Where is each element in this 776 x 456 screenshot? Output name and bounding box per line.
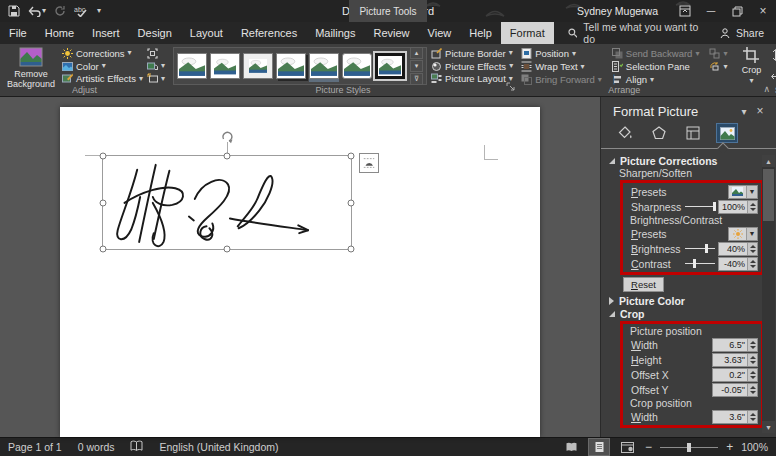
picture-styles-dialog-launcher-icon[interactable] [506, 77, 515, 95]
tell-me-box[interactable]: Tell me what you want to do [568, 22, 708, 44]
pane-close-icon[interactable]: × [752, 104, 768, 118]
group-objects-button[interactable]: ▾ [709, 47, 727, 60]
pane-scrollbar[interactable]: ▲ ▼ [762, 155, 775, 433]
picture-color-header[interactable]: Picture Color [601, 294, 776, 307]
resize-handle-bottom-left[interactable] [100, 246, 107, 253]
brightness-slider[interactable] [685, 244, 715, 253]
selected-picture[interactable] [102, 155, 352, 250]
change-picture-button[interactable]: ▾ [147, 60, 165, 73]
rotation-handle[interactable] [220, 130, 234, 148]
shape-width-field[interactable]: 3.6" [771, 68, 776, 84]
effects-icon[interactable] [649, 124, 669, 142]
zoom-slider[interactable] [660, 442, 718, 452]
collapse-ribbon-icon[interactable]: ∧ [763, 84, 770, 94]
picture-style-thumbnail[interactable] [243, 53, 273, 79]
customize-qat-icon[interactable]: ▾ [97, 7, 101, 15]
zoom-level[interactable]: 100% [741, 441, 768, 453]
offset-x-value[interactable]: 0.2" [713, 369, 747, 381]
brightness-value[interactable]: 40% [719, 243, 747, 255]
ribbon-display-options-icon[interactable] [672, 0, 698, 22]
reset-picture-button[interactable]: ▾ [147, 72, 165, 85]
crop-position-width-value[interactable]: 3.6" [713, 411, 747, 423]
fill-line-icon[interactable] [615, 124, 635, 142]
artistic-effects-button[interactable]: Artistic Effects ▾ [62, 72, 143, 85]
resize-handle-top-right[interactable] [348, 153, 355, 160]
picture-style-thumbnail[interactable] [210, 53, 240, 79]
redo-icon[interactable] [54, 5, 66, 17]
position-button[interactable]: Position ▾ [521, 47, 602, 60]
picture-style-thumbnail[interactable] [276, 53, 306, 79]
sharpen-presets-dropdown[interactable]: ▼ [728, 185, 758, 199]
picture-height-spinner[interactable] [747, 354, 757, 366]
print-layout-icon[interactable] [589, 439, 609, 455]
close-button[interactable]: × [750, 0, 776, 22]
picture-style-thumbnail[interactable] [309, 53, 339, 79]
tab-design[interactable]: Design [129, 22, 181, 44]
picture-style-thumbnail-selected[interactable] [375, 53, 405, 79]
tab-references[interactable]: References [232, 22, 306, 44]
picture-layout-button[interactable]: Picture Layout ▾ [431, 72, 513, 85]
picture-effects-button[interactable]: Picture Effects ▾ [431, 60, 513, 73]
tab-layout[interactable]: Layout [181, 22, 232, 44]
zoom-slider-thumb[interactable] [687, 443, 691, 452]
resize-handle-top-left[interactable] [100, 153, 107, 160]
picture-border-button[interactable]: Picture Border ▾ [431, 47, 513, 60]
pane-menu-chevron-icon[interactable]: ▾ [736, 106, 752, 117]
undo-button[interactable]: ▾ [28, 6, 46, 17]
reset-button[interactable]: Reset [623, 277, 664, 292]
proofing-icon[interactable] [130, 440, 143, 454]
tab-format[interactable]: Format [501, 22, 554, 44]
shape-height-field[interactable]: 1.6" [771, 47, 776, 63]
rotate-objects-button[interactable]: ▾ [709, 60, 727, 73]
language-indicator[interactable]: English (United Kingdom) [159, 441, 278, 453]
compress-pictures-button[interactable] [147, 47, 165, 60]
crop-position-width-spinner[interactable] [747, 411, 757, 423]
zoom-in-button[interactable]: + [726, 440, 733, 454]
resize-handle-bottom-right[interactable] [348, 246, 355, 253]
resize-handle-bottom-center[interactable] [224, 246, 231, 253]
picture-width-value[interactable]: 6.5" [713, 339, 747, 351]
scrollbar-thumb[interactable] [763, 169, 774, 221]
spelling-check-icon[interactable]: abc [74, 5, 89, 17]
offset-x-spinner[interactable] [747, 369, 757, 381]
zoom-out-button[interactable]: − [645, 440, 652, 454]
tab-mailings[interactable]: Mailings [306, 22, 364, 44]
layout-options-button[interactable] [359, 153, 379, 173]
gallery-up-button[interactable]: ▴ [410, 47, 423, 59]
selection-pane-button[interactable]: Selection Pane [612, 60, 700, 73]
brightness-spinner[interactable] [747, 243, 757, 255]
send-backward-button[interactable]: Send Backward ▾ [612, 47, 700, 60]
wrap-text-button[interactable]: Wrap Text ▾ [521, 60, 602, 73]
gallery-more-button[interactable]: ⊽ [410, 73, 423, 85]
document-page[interactable] [60, 107, 540, 437]
remove-background-button[interactable]: Remove Background [4, 46, 58, 89]
color-button[interactable]: Color ▾ [62, 60, 143, 73]
crop-header[interactable]: Crop [601, 307, 776, 320]
web-layout-icon[interactable] [617, 439, 637, 455]
resize-handle-mid-right[interactable] [348, 199, 355, 206]
contrast-slider[interactable] [685, 259, 715, 268]
picture-style-thumbnail[interactable] [342, 53, 372, 79]
tab-file[interactable]: File [0, 22, 36, 44]
picture-width-spinner[interactable] [747, 339, 757, 351]
sharpness-value[interactable]: 100% [719, 201, 747, 213]
signature-image[interactable] [105, 158, 349, 251]
tab-review[interactable]: Review [365, 22, 419, 44]
page-indicator[interactable]: Page 1 of 1 [8, 441, 62, 453]
bc-presets-dropdown[interactable]: ▼ [728, 227, 758, 241]
corrections-button[interactable]: Corrections ▾ [62, 47, 143, 60]
tab-view[interactable]: View [419, 22, 461, 44]
scroll-down-icon[interactable]: ▼ [762, 421, 775, 433]
sharpness-spinner[interactable] [747, 201, 757, 213]
picture-corrections-header[interactable]: Picture Corrections [601, 154, 776, 167]
picture-style-thumbnail[interactable] [177, 53, 207, 79]
read-mode-icon[interactable] [561, 439, 581, 455]
contrast-value[interactable]: -40% [719, 258, 747, 270]
crop-button[interactable]: Crop ▾ [735, 46, 767, 85]
picture-height-value[interactable]: 3.63" [713, 354, 747, 366]
contrast-spinner[interactable] [747, 258, 757, 270]
save-icon[interactable] [8, 5, 20, 17]
picture-icon[interactable] [717, 124, 737, 142]
scroll-up-icon[interactable]: ▲ [762, 155, 775, 167]
offset-y-spinner[interactable] [747, 384, 757, 396]
